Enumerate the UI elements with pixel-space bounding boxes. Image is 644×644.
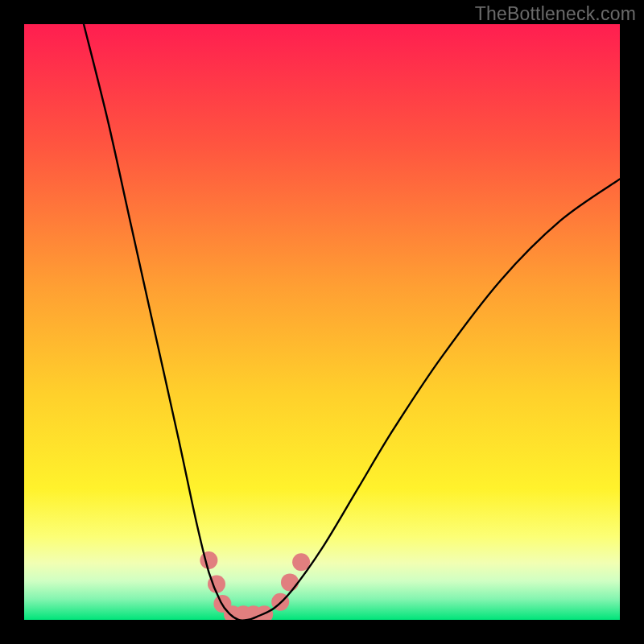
markers-group (200, 551, 310, 620)
marker-dot (292, 553, 310, 571)
marker-dot (200, 551, 217, 569)
watermark-text: TheBottleneck.com (475, 3, 636, 25)
plot-area (24, 24, 620, 620)
outer-frame: TheBottleneck.com (0, 0, 644, 644)
bottleneck-curve (84, 24, 620, 620)
marker-dot (281, 573, 299, 591)
curve-layer (24, 24, 620, 620)
